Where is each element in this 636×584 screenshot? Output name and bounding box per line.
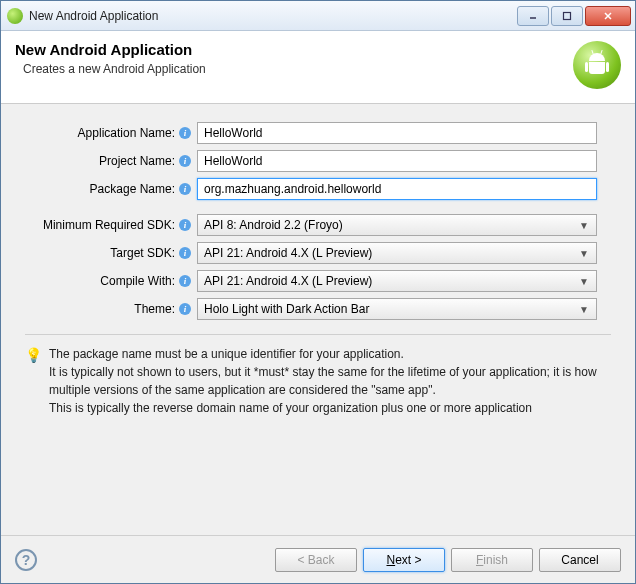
close-button[interactable] bbox=[585, 6, 631, 26]
finish-button[interactable]: Finish bbox=[451, 548, 533, 572]
next-button[interactable]: Next > bbox=[363, 548, 445, 572]
theme-select[interactable]: Holo Light with Dark Action Bar ▼ bbox=[197, 298, 597, 320]
wizard-footer: ? < Back Next > Finish Cancel bbox=[1, 535, 635, 583]
form-area: Application Name: i Project Name: i Pack… bbox=[1, 104, 635, 427]
cancel-button[interactable]: Cancel bbox=[539, 548, 621, 572]
info-icon[interactable]: i bbox=[179, 219, 191, 231]
min-sdk-select[interactable]: API 8: Android 2.2 (Froyo) ▼ bbox=[197, 214, 597, 236]
minimize-button[interactable] bbox=[517, 6, 549, 26]
maximize-button[interactable] bbox=[551, 6, 583, 26]
hint-line: This is typically the reverse domain nam… bbox=[49, 399, 611, 417]
compile-with-select[interactable]: API 21: Android 4.X (L Preview) ▼ bbox=[197, 270, 597, 292]
hint-line: It is typically not shown to users, but … bbox=[49, 363, 611, 399]
info-icon[interactable]: i bbox=[179, 155, 191, 167]
info-icon[interactable]: i bbox=[179, 275, 191, 287]
package-name-input[interactable] bbox=[197, 178, 597, 200]
titlebar: New Android Application bbox=[1, 1, 635, 31]
compile-with-label: Compile With: bbox=[25, 274, 177, 288]
dialog-window: New Android Application New Android Appl… bbox=[0, 0, 636, 584]
info-icon[interactable]: i bbox=[179, 247, 191, 259]
application-name-input[interactable] bbox=[197, 122, 597, 144]
app-icon bbox=[7, 8, 23, 24]
info-icon[interactable]: i bbox=[179, 183, 191, 195]
package-name-label: Package Name: bbox=[25, 182, 177, 196]
divider bbox=[25, 334, 611, 335]
chevron-down-icon: ▼ bbox=[576, 276, 592, 287]
chevron-down-icon: ▼ bbox=[576, 304, 592, 315]
lightbulb-icon: 💡 bbox=[25, 345, 41, 361]
chevron-down-icon: ▼ bbox=[576, 220, 592, 231]
project-name-label: Project Name: bbox=[25, 154, 177, 168]
help-icon[interactable]: ? bbox=[15, 549, 37, 571]
info-icon[interactable]: i bbox=[179, 303, 191, 315]
hint-panel: 💡 The package name must be a unique iden… bbox=[25, 345, 611, 417]
hint-line: The package name must be a unique identi… bbox=[49, 345, 611, 363]
project-name-input[interactable] bbox=[197, 150, 597, 172]
info-icon[interactable]: i bbox=[179, 127, 191, 139]
back-button[interactable]: < Back bbox=[275, 548, 357, 572]
chevron-down-icon: ▼ bbox=[576, 248, 592, 259]
min-sdk-label: Minimum Required SDK: bbox=[25, 218, 177, 232]
page-subtitle: Creates a new Android Application bbox=[23, 62, 573, 76]
target-sdk-label: Target SDK: bbox=[25, 246, 177, 260]
application-name-label: Application Name: bbox=[25, 126, 177, 140]
target-sdk-select[interactable]: API 21: Android 4.X (L Preview) ▼ bbox=[197, 242, 597, 264]
svg-rect-1 bbox=[564, 12, 571, 19]
wizard-header: New Android Application Creates a new An… bbox=[1, 31, 635, 104]
android-logo-icon bbox=[573, 41, 621, 89]
window-title: New Android Application bbox=[29, 9, 515, 23]
theme-label: Theme: bbox=[25, 302, 177, 316]
page-title: New Android Application bbox=[15, 41, 573, 58]
